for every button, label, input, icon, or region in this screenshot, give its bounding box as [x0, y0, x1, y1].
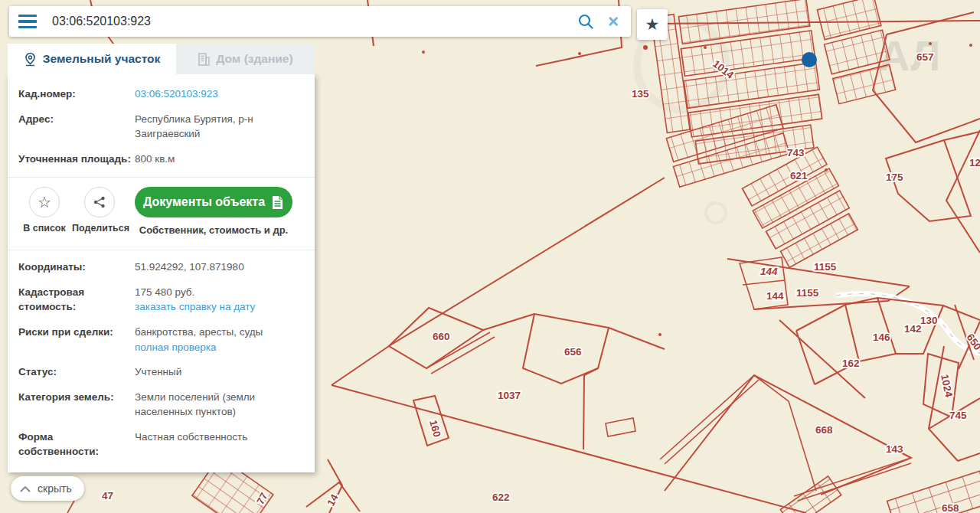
- field-permitted-use: по документу: Для индивидуального жилищн…: [8, 469, 315, 472]
- share-button[interactable]: Поделиться: [72, 187, 127, 234]
- parcel-label-144: 144: [766, 290, 784, 302]
- parcel-label-622: 622: [492, 492, 510, 503]
- search-input[interactable]: [51, 14, 577, 29]
- share-icon: [93, 196, 106, 208]
- parcel-label-658: 658: [942, 502, 959, 513]
- favorites-button[interactable]: ★: [637, 9, 668, 40]
- field-area: Уточненная площадь: 800 кв.м: [8, 152, 315, 167]
- field-coordinates: Координаты: 51.924292, 107.871980: [8, 260, 315, 275]
- map-pin-icon: [24, 52, 37, 67]
- object-documents-button[interactable]: Документы объекта: [135, 187, 292, 217]
- field-cad-number: Кад.номер: 03:06:520103:923: [8, 87, 315, 102]
- parcel-label-128: 128: [969, 157, 980, 168]
- field-risks: Риски при сделки: банкротства, аресты, с…: [8, 325, 315, 355]
- parcel-label-621: 621: [790, 170, 808, 181]
- hide-panel-button[interactable]: скрыть: [11, 476, 84, 501]
- parcel-label-162: 162: [842, 358, 860, 369]
- parcel-label-656: 656: [564, 346, 582, 358]
- star-outline-icon: ☆: [38, 193, 51, 211]
- parcel-label-745: 745: [949, 410, 967, 421]
- field-land-category: Категория земель: Земли поселений (земли…: [8, 390, 315, 420]
- selected-parcel-marker: [802, 52, 817, 67]
- parcel-label-130: 130: [920, 315, 938, 326]
- parcel-label-660: 660: [433, 331, 450, 342]
- field-cadastral-value: Кадастровая стоимость: 175 480 руб. зака…: [8, 285, 315, 315]
- parcel-label-657: 657: [916, 51, 934, 63]
- parcel-label-144: 144: [760, 266, 778, 277]
- document-icon: [271, 195, 284, 210]
- field-ownership: Форма собственности: Частная собственнос…: [8, 430, 315, 459]
- clear-search-icon[interactable]: ×: [608, 12, 619, 31]
- parcel-label-668: 668: [815, 424, 833, 436]
- divider: [8, 250, 315, 250]
- order-certificate-link[interactable]: заказать справку на дату: [135, 299, 304, 315]
- full-check-link[interactable]: полная проверка: [135, 340, 304, 355]
- parcel-label-146: 146: [873, 332, 890, 343]
- parcel-label-135: 135: [632, 88, 649, 100]
- tab-label: Земельный участок: [43, 52, 161, 66]
- star-icon: ★: [645, 15, 660, 34]
- parcel-label-1155: 1155: [814, 261, 837, 273]
- field-status: Статус: Учтенный: [8, 364, 315, 380]
- cad-number-link[interactable]: 03:06:520103:923: [135, 88, 218, 100]
- search-bar: ×: [9, 6, 631, 37]
- parcel-label-743: 743: [787, 147, 805, 158]
- parcel-label-47: 47: [102, 490, 113, 502]
- search-icon[interactable]: [577, 13, 594, 30]
- parcel-label-1155: 1155: [796, 287, 819, 299]
- add-to-list-button[interactable]: ☆ В список: [17, 187, 72, 234]
- chevron-up-icon: [20, 485, 31, 492]
- menu-icon[interactable]: [18, 11, 37, 32]
- panel-body: Кад.номер: 03:06:520103:923 Адрес: Респу…: [8, 74, 315, 472]
- parcel-info-panel: Земельный участок Дом (здание) Кад.номер…: [8, 44, 315, 472]
- panel-tabs: Земельный участок Дом (здание): [8, 44, 315, 74]
- documents-subtitle: Собственник, стоимость и др.: [133, 224, 294, 236]
- divider: [8, 177, 315, 178]
- tab-land-parcel[interactable]: Земельный участок: [8, 44, 176, 74]
- parcel-label-143: 143: [886, 443, 903, 455]
- tab-building[interactable]: Дом (здание): [176, 44, 315, 74]
- parcel-label-1037: 1037: [498, 390, 521, 401]
- panel-actions: ☆ В список Поделиться: [8, 187, 315, 239]
- parcel-label-175: 175: [886, 172, 903, 183]
- parcel-label-142: 142: [904, 323, 922, 335]
- building-icon: [198, 53, 210, 66]
- tab-label: Дом (здание): [216, 52, 292, 66]
- cadastral-map-app: АЛ: [0, 0, 980, 513]
- field-address: Адрес: Республика Бурятия, р-н Заиграевс…: [8, 112, 315, 142]
